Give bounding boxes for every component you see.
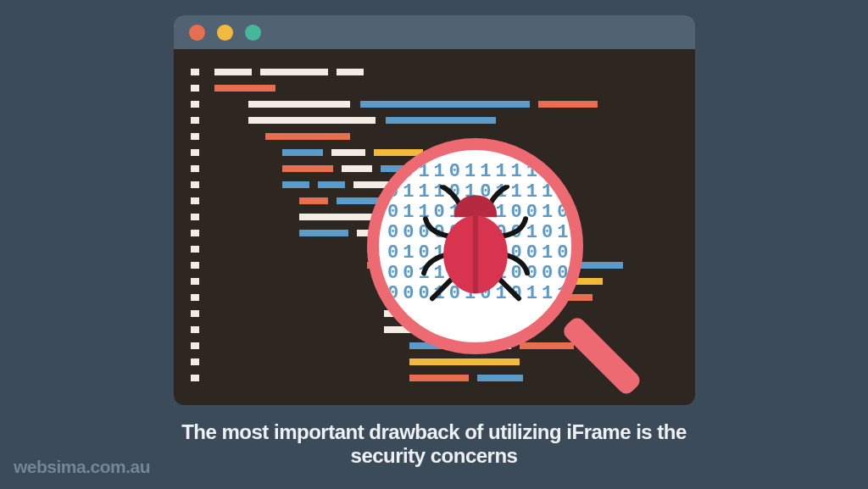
- code-token: [360, 101, 530, 108]
- line-gutter: [191, 262, 199, 269]
- code-line: [191, 193, 678, 208]
- code-line: [191, 225, 678, 240]
- code-token: [367, 262, 520, 269]
- code-line: [191, 209, 678, 224]
- code-line: [191, 242, 678, 256]
- code-token: [430, 246, 540, 253]
- line-gutter: [191, 246, 199, 253]
- code-token: [384, 278, 426, 285]
- code-token: [409, 358, 520, 365]
- line-gutter: [191, 181, 199, 188]
- code-line: [191, 129, 678, 143]
- code-token: [520, 342, 574, 349]
- code-token: [299, 214, 452, 220]
- line-gutter: [191, 85, 199, 92]
- code-token: [337, 69, 364, 75]
- code-token: [535, 294, 593, 301]
- code-line: [191, 81, 678, 95]
- code-token: [460, 326, 511, 333]
- code-line: [191, 161, 678, 175]
- code-token: [337, 197, 389, 204]
- code-token: [331, 149, 365, 156]
- code-line: [191, 177, 678, 192]
- caption-line-1: The most important drawback of utilizing…: [181, 420, 687, 443]
- code-token: [357, 230, 398, 236]
- code-token: [318, 181, 345, 188]
- code-token: [342, 165, 372, 172]
- line-gutter: [191, 149, 199, 156]
- code-line: [191, 338, 678, 353]
- caption-line-2: security concerns: [351, 444, 518, 467]
- code-line: [191, 258, 678, 272]
- line-gutter: [191, 133, 199, 140]
- line-gutter: [191, 342, 199, 349]
- code-token: [282, 181, 309, 188]
- code-token: [353, 181, 392, 188]
- line-gutter: [191, 326, 199, 333]
- code-line: [191, 370, 678, 385]
- code-token: [381, 165, 491, 172]
- line-gutter: [191, 230, 199, 236]
- code-line: [191, 354, 678, 369]
- watermark: websima.com.au: [14, 457, 150, 477]
- code-token: [282, 149, 323, 156]
- code-line: [191, 290, 678, 304]
- line-gutter: [191, 101, 199, 108]
- code-token: [530, 262, 570, 269]
- line-gutter: [191, 310, 199, 317]
- code-token: [582, 342, 594, 349]
- code-token: [462, 214, 520, 220]
- close-icon: [189, 25, 205, 41]
- line-gutter: [191, 165, 199, 172]
- line-gutter: [191, 69, 199, 75]
- code-token: [374, 149, 423, 156]
- code-token: [214, 85, 275, 92]
- code-line: [191, 113, 678, 127]
- code-token: [386, 117, 496, 124]
- code-token: [486, 294, 526, 301]
- code-token: [384, 326, 452, 333]
- code-token: [265, 133, 350, 140]
- code-token: [299, 230, 348, 236]
- code-token: [367, 246, 421, 253]
- maximize-icon: [245, 25, 261, 41]
- code-token: [477, 375, 523, 381]
- code-token: [462, 342, 511, 349]
- code-token: [248, 117, 376, 124]
- code-line: [191, 145, 678, 159]
- line-gutter: [191, 197, 199, 204]
- code-token: [409, 375, 469, 381]
- code-token: [214, 69, 252, 75]
- code-line: [191, 322, 678, 336]
- code-area: [174, 49, 695, 402]
- code-token: [384, 310, 448, 317]
- code-line: [191, 64, 678, 79]
- code-token: [559, 278, 603, 285]
- code-line: [191, 97, 678, 111]
- code-token: [520, 326, 533, 333]
- window-titlebar: [174, 15, 695, 49]
- code-token: [538, 101, 598, 108]
- line-gutter: [191, 294, 199, 301]
- line-gutter: [191, 278, 199, 285]
- code-token: [423, 294, 477, 301]
- code-line: [191, 274, 678, 288]
- minimize-icon: [217, 25, 233, 41]
- line-gutter: [191, 375, 199, 381]
- code-token: [409, 342, 453, 349]
- code-token: [384, 294, 415, 301]
- code-token: [398, 197, 474, 204]
- code-token: [579, 262, 623, 269]
- code-token: [260, 69, 328, 75]
- code-token: [282, 165, 333, 172]
- code-line: [191, 306, 678, 320]
- line-gutter: [191, 214, 199, 220]
- code-token: [248, 101, 350, 108]
- line-gutter: [191, 117, 199, 124]
- code-editor-window: [174, 15, 695, 405]
- code-token: [299, 197, 328, 204]
- code-token: [401, 181, 477, 188]
- code-token: [435, 278, 548, 285]
- line-gutter: [191, 358, 199, 365]
